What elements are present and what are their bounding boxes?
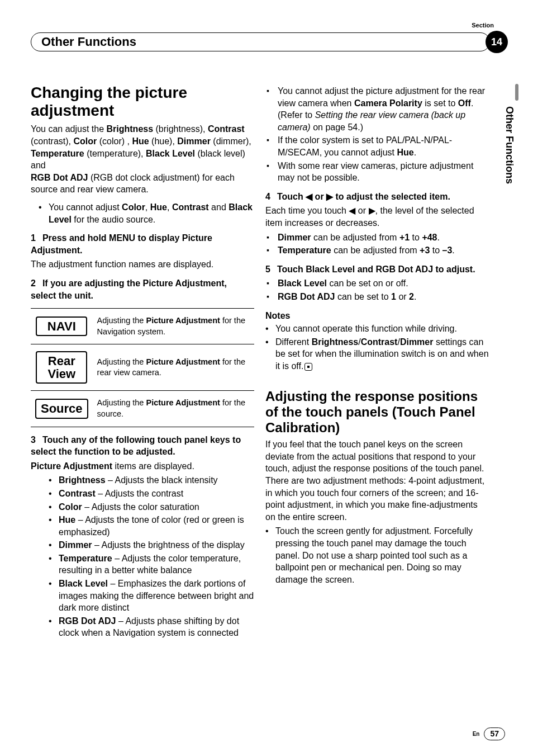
right-top-bullets: You cannot adjust the picture adjustment… <box>265 85 489 184</box>
list-item: Temperature – Adjusts the color tempera­… <box>51 552 254 577</box>
list-item: Dimmer can be adjusted from +1 to +48. <box>266 231 489 244</box>
right-column: You cannot adjust the picture adjustment… <box>265 84 489 645</box>
list-item: RGB Dot ADJ – Adjusts phase shifting by … <box>51 615 254 639</box>
step-title: Press and hold MENU to display Picture A… <box>31 233 212 255</box>
section-label: Section <box>472 21 494 30</box>
list-item: You cannot operate this function while d… <box>268 323 489 335</box>
heading-touch-calibration: Adjusting the response positions of the … <box>265 389 489 435</box>
left-column: Changing the picture adjustment You can … <box>31 84 254 645</box>
step-number: 4 <box>265 192 270 201</box>
list-item: Black Level can be set on or off. <box>266 277 489 290</box>
page-header: Other Functions 14 <box>31 31 508 53</box>
step-5: 5Touch Black Level and RGB Dot ADJ to ad… <box>265 263 489 276</box>
section-number-badge: 14 <box>486 31 508 53</box>
notes-list: You cannot operate this function while d… <box>265 323 489 372</box>
step-number: 2 <box>31 278 36 288</box>
source-button: Source <box>35 399 88 418</box>
list-item: With some rear view cameras, picture adj… <box>266 160 489 184</box>
intro-bullet-list: You cannot adjust Color, Hue, Contrast a… <box>31 201 254 225</box>
step-4-bullets: Dimmer can be adjusted from +1 to +48. T… <box>265 231 489 257</box>
step-number: 3 <box>31 435 36 445</box>
list-item: Dimmer – Adjusts the brightness of the d… <box>51 539 254 551</box>
list-item: Contrast – Adjusts the contrast <box>51 488 254 500</box>
header-title: Other Functions <box>41 34 136 50</box>
list-item: Temperature can be adjusted from +3 to –… <box>266 244 489 257</box>
calibration-intro: If you feel that the touch panel keys on… <box>265 438 489 523</box>
list-item: Brightness – Adjusts the black intensity <box>51 474 254 486</box>
list-item: If the color system is set to PAL/PAL-N/… <box>266 134 489 158</box>
navi-button: NAVI <box>36 316 87 336</box>
header-title-pill: Other Functions <box>31 32 490 51</box>
step-2: 2If you are adjusting the Picture Adjust… <box>31 277 254 301</box>
left-arrow-icon: ◀ <box>306 192 312 201</box>
list-item: Black Level – Emphasizes the dark portio… <box>51 578 254 614</box>
function-list: Brightness – Adjusts the black intensity… <box>31 474 254 639</box>
sidebar-accent <box>515 84 518 101</box>
right-arrow-icon: ▶ <box>369 206 375 215</box>
left-arrow-icon: ◀ <box>349 206 355 215</box>
rear-view-button: Rear View <box>36 351 87 384</box>
step-title: Touch Black Level and RGB Dot ADJ to adj… <box>277 264 475 274</box>
notes-heading: Notes <box>265 310 489 322</box>
end-of-section-icon <box>304 363 312 371</box>
footer-page-number: 57 <box>484 727 505 740</box>
step-1: 1Press and hold MENU to display Picture … <box>31 232 254 256</box>
list-item: You cannot adjust Color, Hue, Contrast a… <box>41 201 254 225</box>
list-item: Touch the screen gently for adjustment. … <box>268 525 489 585</box>
table-row: Source Adjusting the Picture Adjustment … <box>31 391 254 427</box>
table-desc: Adjusting the Picture Adjustment for the… <box>93 391 254 427</box>
page-footer: En 57 <box>473 727 505 740</box>
step-3-description: Picture Adjustment items are displayed. <box>31 460 254 472</box>
table-desc: Adjusting the Picture Adjustment for the… <box>93 309 254 344</box>
step-4-description: Each time you touch ◀ or ▶, the level of… <box>265 205 489 229</box>
step-number: 1 <box>31 233 36 243</box>
intro-paragraph: You can adjust the Brightness (brightnes… <box>31 123 254 196</box>
step-title: Touch ◀ or ▶ to adjust the selected item… <box>277 192 450 201</box>
footer-language: En <box>473 730 480 738</box>
step-title: If you are adjusting the Picture Adjustm… <box>31 278 227 300</box>
table-row: NAVI Adjusting the Picture Adjustment fo… <box>31 309 254 344</box>
sidebar-section-title: Other Functions <box>503 106 516 184</box>
heading-changing-picture: Changing the picture adjustment <box>31 84 254 120</box>
step-5-bullets: Black Level can be set on or off. RGB Do… <box>265 277 489 303</box>
table-desc: Adjusting the Picture Adjustment for the… <box>93 344 254 391</box>
list-item: You cannot adjust the picture adjustment… <box>266 85 489 133</box>
step-1-description: The adjustment function names are displa… <box>31 258 254 271</box>
step-number: 5 <box>265 264 270 274</box>
right-arrow-icon: ▶ <box>326 192 333 201</box>
unit-select-table: NAVI Adjusting the Picture Adjustment fo… <box>31 308 254 427</box>
list-item: Different Brightness/Contrast/Dimmer set… <box>268 336 489 372</box>
step-4: 4Touch ◀ or ▶ to adjust the selected ite… <box>265 191 489 203</box>
list-item: Color – Adjusts the color saturation <box>51 501 254 513</box>
step-3: 3Touch any of the following touch panel … <box>31 434 254 458</box>
step-title: Touch any of the following touch panel k… <box>31 435 241 457</box>
list-item: RGB Dot ADJ can be set to 1 or 2. <box>266 291 489 303</box>
calibration-bullets: Touch the screen gently for adjustment. … <box>265 525 489 585</box>
table-row: Rear View Adjusting the Picture Adjustme… <box>31 344 254 391</box>
list-item: Hue – Adjusts the tone of color (red or … <box>51 514 254 538</box>
